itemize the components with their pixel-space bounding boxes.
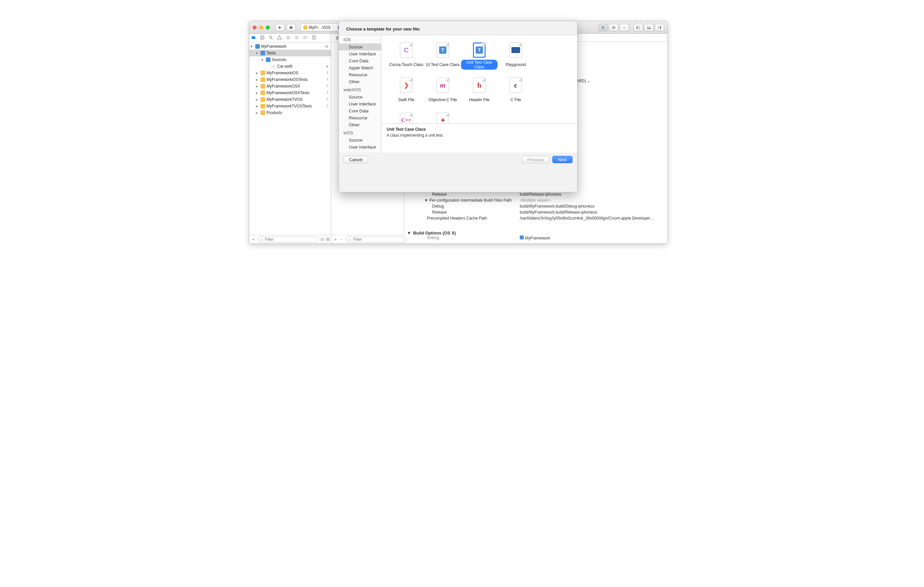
- tree-label: Car.swift: [277, 64, 292, 69]
- tree-row[interactable]: ▸MyFrameworkOSXTests?: [249, 90, 331, 96]
- category-item[interactable]: Other: [339, 78, 381, 85]
- scm-filter-icon[interactable]: ☒: [326, 237, 330, 242]
- toggle-utilities-button[interactable]: [655, 24, 664, 31]
- disclosure-icon[interactable]: ▸: [256, 84, 259, 89]
- disclosure-icon[interactable]: ▾: [256, 51, 259, 55]
- category-item[interactable]: User Interface: [339, 50, 381, 58]
- category-item[interactable]: Source: [339, 136, 381, 144]
- chevron-right-icon: 〉: [332, 25, 336, 30]
- svg-rect-0: [290, 26, 292, 29]
- template-category-list[interactable]: iOSSourceUser InterfaceCore DataApple Wa…: [339, 35, 381, 153]
- run-button[interactable]: [275, 24, 284, 31]
- debug-navigator-tab[interactable]: [294, 35, 299, 41]
- disclosure-icon[interactable]: ▸: [256, 77, 259, 82]
- category-item[interactable]: Core Data: [339, 58, 381, 64]
- category-item[interactable]: Other: [339, 122, 381, 128]
- swift-icon: s: [271, 64, 276, 69]
- tree-row[interactable]: ▸MyFrameworkTVOSTests?: [249, 103, 331, 109]
- category-item[interactable]: Core Data: [339, 107, 381, 114]
- template-grid[interactable]: CCocoa Touch ClassTUI Test Case ClassTUn…: [381, 35, 577, 123]
- desc-title: Unit Test Case Class: [387, 127, 572, 132]
- tree-row[interactable]: ▸MyFrameworkiOS?: [249, 70, 331, 76]
- setting-value[interactable]: build/MyFramework.build/Debug-iphoneos: [520, 204, 665, 210]
- template-label: Header File: [469, 95, 490, 105]
- tree-row[interactable]: sCar.swiftA: [249, 63, 331, 70]
- project-navigator-tab[interactable]: [251, 35, 256, 41]
- outline-filter-input[interactable]: [353, 237, 404, 242]
- template-ui-test-case-class[interactable]: TUI Test Case Class: [424, 41, 461, 74]
- file-icon: c: [510, 77, 522, 93]
- template-cpp-file[interactable]: C++C++ File: [388, 112, 424, 123]
- stop-button[interactable]: [286, 24, 296, 31]
- category-item[interactable]: Core Data: [339, 151, 381, 153]
- tree-row[interactable]: ▸Products: [249, 109, 331, 116]
- category-item[interactable]: User Interface: [339, 144, 381, 151]
- tree-row[interactable]: ▸MyFrameworkiOSTests?: [249, 76, 331, 83]
- tree-row[interactable]: ▾Tests: [249, 50, 331, 56]
- tree-row[interactable]: ▸MyFrameworkOSX?: [249, 83, 331, 90]
- category-item[interactable]: User Interface: [339, 100, 381, 107]
- template-swift-file[interactable]: ❯Swift File: [388, 76, 424, 109]
- scm-badge: A: [326, 64, 330, 68]
- template-label: Unit Test Case Class: [461, 60, 498, 70]
- close-button[interactable]: [252, 26, 257, 30]
- breakpoint-navigator-tab[interactable]: [303, 35, 308, 41]
- scm-badge: ?: [326, 71, 330, 75]
- report-navigator-tab[interactable]: [312, 35, 316, 41]
- minimize-button[interactable]: [259, 26, 263, 30]
- setting-value[interactable]: build/Release-iphoneos: [520, 192, 665, 198]
- symbol-navigator-tab[interactable]: [260, 35, 264, 41]
- add-target-button[interactable]: ＋: [333, 237, 338, 242]
- next-button[interactable]: Next: [552, 156, 573, 163]
- category-item[interactable]: Apple Watch: [339, 64, 381, 71]
- category-platform: iOS: [339, 35, 381, 43]
- standard-editor-button[interactable]: [598, 24, 608, 31]
- tree-label: MyFrameworkOSX: [267, 84, 300, 89]
- issue-navigator-tab[interactable]: [277, 35, 282, 41]
- template-label: UI Test Case Class: [426, 60, 460, 70]
- svg-rect-6: [648, 28, 650, 28]
- zoom-button[interactable]: [266, 26, 270, 30]
- category-item[interactable]: Source: [339, 94, 381, 100]
- template-playground[interactable]: Playground: [498, 41, 534, 74]
- previous-button[interactable]: Previous: [522, 156, 550, 163]
- disclosure-icon[interactable]: ▸: [256, 110, 259, 115]
- disclosure-icon[interactable]: ▾: [251, 44, 254, 49]
- folder-blue-icon: [261, 51, 265, 55]
- find-navigator-tab[interactable]: [269, 35, 273, 41]
- toggle-debug-button[interactable]: [644, 24, 653, 31]
- outline-filter[interactable]: ⌕: [346, 237, 407, 242]
- disclosure-icon[interactable]: ▸: [256, 90, 259, 95]
- category-item[interactable]: Resource: [339, 71, 381, 78]
- disclosure-icon[interactable]: ▸: [256, 97, 259, 102]
- setting-value[interactable]: build/MyFramework.build/Release-iphoneos: [520, 210, 665, 216]
- add-button[interactable]: ＋: [251, 237, 256, 242]
- template-c-file[interactable]: cC File: [498, 76, 534, 109]
- project-tree[interactable]: ▾MyFrameworkM▾Tests▾SourcessCar.swiftA▸M…: [249, 43, 331, 235]
- category-item[interactable]: Resource: [339, 114, 381, 122]
- folder-yellow-icon: [261, 71, 265, 75]
- tree-row[interactable]: ▾Sources: [249, 56, 331, 63]
- tree-row[interactable]: ▾MyFrameworkM: [249, 43, 331, 50]
- remove-target-button[interactable]: －: [340, 237, 344, 242]
- filter-input[interactable]: [264, 237, 315, 242]
- category-platform: tvOS: [339, 128, 381, 136]
- clock-icon[interactable]: ◷: [320, 237, 324, 242]
- cancel-button[interactable]: Cancel: [343, 156, 368, 163]
- template-metal-file[interactable]: ✦Metal File: [424, 112, 461, 123]
- disclosure-icon[interactable]: ▸: [256, 71, 259, 75]
- toggle-navigator-button[interactable]: [634, 24, 643, 31]
- template-cocoa-touch-class[interactable]: CCocoa Touch Class: [388, 41, 424, 74]
- disclosure-icon[interactable]: ▸: [256, 104, 259, 109]
- filter-field[interactable]: ⌕: [257, 237, 318, 242]
- build-options-header[interactable]: ▼ Build Options (OS X): [407, 230, 665, 235]
- test-navigator-tab[interactable]: [286, 35, 290, 41]
- version-editor-button[interactable]: [620, 24, 629, 31]
- category-item[interactable]: Source: [339, 43, 381, 50]
- template-objective-c-file[interactable]: mObjective-C File: [424, 76, 461, 109]
- template-unit-test-case-class[interactable]: TUnit Test Case Class: [461, 41, 498, 74]
- template-header-file[interactable]: hHeader File: [461, 76, 498, 109]
- disclosure-icon[interactable]: ▾: [261, 58, 264, 62]
- assistant-editor-button[interactable]: [609, 24, 618, 31]
- tree-row[interactable]: ▸MyFrameworkTVOS?: [249, 96, 331, 103]
